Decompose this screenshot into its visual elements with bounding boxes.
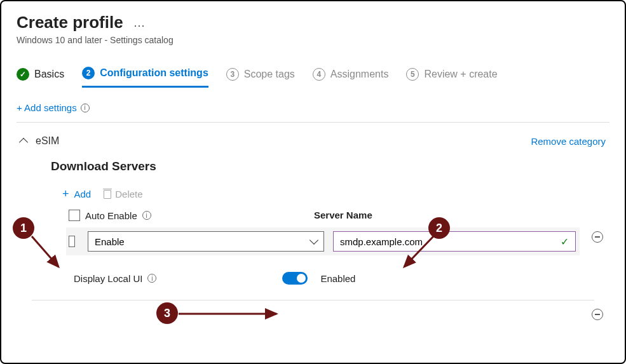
auto-enable-select[interactable]: Enable	[88, 231, 324, 252]
remove-category-link[interactable]: Remove category	[531, 136, 606, 147]
annotation-3: 3	[156, 302, 178, 324]
annotation-2: 2	[428, 217, 450, 239]
wizard-step-scope-tags[interactable]: 3 Scope tags	[226, 68, 295, 87]
add-button-label: Add	[74, 189, 92, 199]
wizard-step-label: Basics	[34, 69, 64, 80]
add-settings-link[interactable]: + Add settings	[17, 102, 77, 113]
wizard-step-configuration[interactable]: 2 Configuration settings	[82, 67, 208, 88]
select-value: Enable	[95, 236, 125, 247]
plus-icon: +	[62, 187, 69, 201]
toggle-thumb	[297, 274, 306, 283]
page-title: Create profile	[17, 13, 123, 32]
page-subtitle: Windows 10 and later - Settings catalog	[17, 35, 609, 45]
wizard-steps: ✓ Basics 2 Configuration settings 3 Scop…	[17, 67, 609, 88]
wizard-step-label: Configuration settings	[100, 67, 208, 79]
wizard-step-label: Scope tags	[244, 69, 295, 80]
display-local-ui-label: Display Local UI	[74, 273, 142, 284]
delete-button: Delete	[104, 189, 142, 199]
annotation-1: 1	[13, 217, 34, 239]
add-button[interactable]: + Add	[62, 187, 91, 201]
trash-icon	[104, 190, 111, 199]
more-icon[interactable]: ⋯	[133, 19, 145, 32]
category-name: eSIM	[36, 135, 59, 147]
toggle-state-label: Enabled	[320, 273, 355, 284]
select-all-checkbox[interactable]	[69, 210, 80, 221]
display-local-ui-toggle[interactable]	[282, 272, 308, 285]
column-header-auto-enable: Auto Enable	[85, 210, 137, 221]
chevron-down-icon	[310, 236, 318, 245]
valid-check-icon: ✓	[561, 236, 569, 248]
input-value: smdp.example.com	[340, 236, 423, 247]
wizard-step-label: Review + create	[424, 69, 497, 80]
collapse-row-button[interactable]	[592, 231, 603, 243]
chevron-up-icon[interactable]	[19, 138, 28, 147]
collapse-row-button[interactable]	[592, 309, 603, 320]
wizard-step-label: Assignments	[330, 69, 389, 80]
check-icon: ✓	[17, 68, 29, 81]
step-number-icon: 3	[226, 68, 239, 81]
step-number-icon: 5	[406, 68, 419, 81]
server-row: Enable smdp.example.com ✓	[66, 227, 580, 255]
column-header-server-name: Server Name	[314, 210, 372, 220]
row-checkbox[interactable]	[69, 236, 75, 247]
divider	[17, 122, 609, 123]
divider	[32, 300, 594, 300]
section-title: Download Servers	[51, 159, 609, 173]
info-icon[interactable]: i	[147, 274, 156, 283]
wizard-step-assignments[interactable]: 4 Assignments	[313, 68, 389, 87]
info-icon[interactable]: i	[81, 104, 90, 112]
server-name-input[interactable]: smdp.example.com ✓	[333, 231, 576, 252]
delete-button-label: Delete	[115, 189, 142, 199]
info-icon[interactable]: i	[142, 211, 151, 220]
step-number-icon: 2	[82, 67, 95, 79]
step-number-icon: 4	[313, 68, 325, 81]
wizard-step-review[interactable]: 5 Review + create	[406, 68, 497, 87]
wizard-step-basics[interactable]: ✓ Basics	[17, 68, 64, 87]
